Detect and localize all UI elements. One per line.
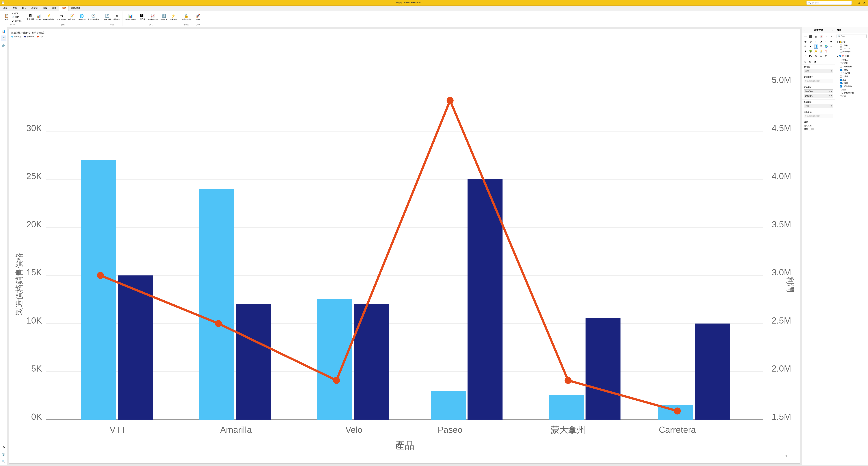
- field-group-financial[interactable]: ▾ ▦ 財務: [836, 40, 867, 44]
- tab-insert[interactable]: 插入: [20, 6, 29, 11]
- quick-measure-button[interactable]: ⚡快速量值: [169, 13, 178, 21]
- vis-table[interactable]: ⊞: [829, 39, 834, 43]
- nav-filter-icon[interactable]: ⚙: [1, 444, 6, 450]
- visuals-panel-arrow-right[interactable]: ›: [832, 29, 833, 31]
- field-checkbox-month-name[interactable]: [840, 72, 842, 74]
- toggle-switch[interactable]: [809, 128, 814, 130]
- field-item-year[interactable]: Σ 年: [836, 95, 867, 98]
- field-checkbox-month-num[interactable]: [840, 76, 842, 78]
- vis-row2[interactable]: ⊞: [808, 59, 812, 64]
- vis-py[interactable]: Py: [808, 54, 813, 58]
- tab-home[interactable]: 首頁: [10, 6, 20, 11]
- field-checkbox-revenue[interactable]: ✓: [840, 82, 842, 84]
- tab-view[interactable]: 檢視: [40, 6, 50, 11]
- vis-more[interactable]: ⋯: [829, 49, 834, 53]
- tab-data-drill[interactable]: 資料/鑽研: [68, 6, 83, 11]
- shared-axis-field[interactable]: 產品 ▾ ✕: [804, 69, 833, 73]
- line-value-mfg[interactable]: 製造價格 ▾ ✕: [804, 89, 833, 93]
- dataverse-button[interactable]: 🌐Dataverse: [77, 13, 86, 21]
- line-value-sales-dropdown[interactable]: ▾: [829, 95, 830, 97]
- field-checkbox-total-sales[interactable]: [840, 65, 842, 68]
- field-item-manufacturing[interactable]: ✓ Σ 製造: [836, 68, 867, 71]
- field-item-discount[interactable]: Σ 折扣: [836, 62, 867, 65]
- nav-model-icon[interactable]: 🔗: [1, 42, 6, 48]
- field-item-month-num[interactable]: Σ 月數: [836, 75, 867, 78]
- undo-icon[interactable]: ↩: [5, 1, 7, 4]
- vis-waterfall[interactable]: ⧈: [829, 44, 834, 49]
- sql-button[interactable]: 🗃SQL Server: [56, 13, 67, 21]
- field-checkbox-cogs[interactable]: [840, 48, 842, 50]
- close-icon[interactable]: ✕: [862, 1, 867, 4]
- textbox-button[interactable]: 🅰文字方塊: [137, 13, 146, 21]
- line-value-mfg-dropdown[interactable]: ▾: [829, 90, 830, 92]
- field-item-revenue[interactable]: ✓ Σ 收益: [836, 81, 867, 85]
- tab-model[interactable]: 模型化: [29, 6, 40, 11]
- field-item-product[interactable]: ✓ 產品: [836, 78, 867, 81]
- global-search[interactable]: 🔍 Search: [806, 1, 852, 5]
- tab-help[interactable]: 說明: [50, 6, 59, 11]
- vis-funnel[interactable]: ▽: [814, 39, 818, 43]
- vis-clustered-bar[interactable]: ▦: [814, 34, 818, 39]
- bar-column-placeholder[interactable]: 於此處新增資料欄位: [804, 79, 833, 83]
- field-item-segment[interactable]: 區段: [836, 88, 867, 91]
- input-data-button[interactable]: 📝輸入資料: [67, 13, 76, 21]
- vis-row3[interactable]: ◉: [813, 59, 817, 64]
- vis-donut[interactable]: ◎: [808, 39, 813, 43]
- line-series-dropdown[interactable]: ▾: [829, 105, 830, 107]
- field-checkbox-discount-text[interactable]: [840, 59, 842, 61]
- field-item-country[interactable]: 國家/地區: [836, 50, 867, 53]
- chart-container[interactable]: 製造價格, 銷售價格, 利潤 (依產品) 製造價格 銷售價格 利潤: [9, 29, 800, 464]
- vis-combo-selected[interactable]: 📊: [814, 44, 818, 49]
- sensitivity-button[interactable]: 🔒敏感度(預覽): [181, 13, 192, 21]
- nav-settings-icon[interactable]: 📡: [1, 452, 6, 457]
- vis-r[interactable]: R: [803, 54, 808, 58]
- more-options-icon[interactable]: ⋯: [793, 454, 797, 458]
- more-visuals-button[interactable]: 📈更多視覺效果: [147, 13, 159, 21]
- nav-report-icon[interactable]: 📊: [1, 29, 6, 34]
- shared-axis-remove[interactable]: ✕: [831, 70, 832, 72]
- new-measure-button[interactable]: 🔢新增量值: [160, 13, 168, 21]
- refresh-button[interactable]: ↻重新整理: [113, 13, 121, 21]
- vis-stacked-bar[interactable]: ⬛: [808, 34, 813, 39]
- field-checkbox-segment[interactable]: [840, 89, 842, 91]
- vis-qna[interactable]: ❓: [824, 49, 828, 53]
- field-checkbox-sales-price[interactable]: ✓: [840, 85, 842, 87]
- vis-card[interactable]: ▭: [824, 39, 828, 43]
- vis-row1[interactable]: ⊟: [803, 59, 808, 64]
- vis-decomp[interactable]: 🌳: [808, 49, 813, 53]
- vis-map[interactable]: 🗺: [818, 44, 823, 49]
- tab-file[interactable]: 檔案: [1, 6, 10, 11]
- vis-extra1[interactable]: ⊕: [814, 54, 818, 58]
- field-checkbox-product[interactable]: ✓: [840, 79, 842, 81]
- vis-area[interactable]: ▲: [824, 34, 828, 39]
- field-checkbox-manufacturing[interactable]: ✓: [840, 69, 842, 71]
- fields-search-input[interactable]: [841, 35, 866, 37]
- publish-button[interactable]: 🚀發布: [195, 13, 201, 21]
- vis-gauge[interactable]: ◑: [818, 39, 823, 43]
- field-checkbox-year[interactable]: [840, 95, 842, 97]
- recent-sources-button[interactable]: 🕐最近使用的來源: [87, 13, 100, 21]
- vis-extra3[interactable]: ⊞: [824, 54, 828, 58]
- excel-button[interactable]: 📊Excel: [35, 13, 42, 21]
- tab-format[interactable]: 格式: [59, 6, 68, 11]
- filter-icon[interactable]: ⊞: [784, 454, 787, 458]
- tooltip-placeholder[interactable]: 於此處新增資料欄位: [804, 114, 833, 118]
- field-checkbox-discount[interactable]: [840, 62, 842, 64]
- vis-matrix[interactable]: ⊟: [803, 44, 808, 49]
- field-group-date[interactable]: ▾ ✓ 📅 日期: [836, 54, 867, 58]
- vis-key-influencers[interactable]: 🔑: [814, 49, 818, 53]
- redo-icon[interactable]: ↪: [8, 1, 10, 4]
- get-data-button[interactable]: 🗄取得資料: [26, 13, 35, 21]
- copy-button[interactable]: 📄複製: [11, 16, 23, 19]
- field-item-sales-units[interactable]: Σ 銷售單位數: [836, 91, 867, 95]
- field-item-discount-text[interactable]: 折扣...: [836, 58, 867, 62]
- transform-button[interactable]: 🔄轉換資料: [103, 13, 112, 21]
- vis-extra2[interactable]: ◈: [818, 54, 823, 58]
- field-item-total-sales[interactable]: Σ 總銷售額: [836, 65, 867, 68]
- field-checkbox-country[interactable]: [840, 51, 842, 53]
- line-value-mfg-remove[interactable]: ✕: [831, 90, 832, 92]
- cut-button[interactable]: ✂剪下: [11, 12, 23, 15]
- vis-scatter[interactable]: ⚬: [829, 34, 834, 39]
- fields-panel-expand[interactable]: ›: [866, 29, 866, 31]
- field-item-sales-price[interactable]: ✓ Σ 銷售價格: [836, 85, 867, 88]
